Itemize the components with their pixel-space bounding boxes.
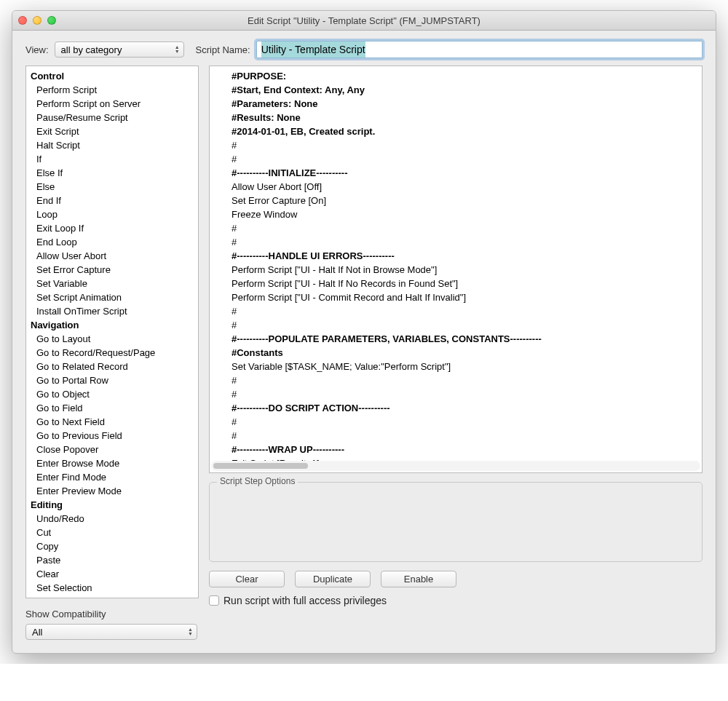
script-name-input[interactable]: Utility - Template Script — [256, 41, 703, 58]
step-item[interactable]: Perform Script on Server — [31, 97, 198, 111]
script-line[interactable]: # — [232, 138, 696, 152]
script-line[interactable]: #----------INITIALIZE---------- — [232, 166, 696, 180]
duplicate-button[interactable]: Duplicate — [295, 571, 371, 587]
step-item[interactable]: Cut — [31, 526, 198, 539]
step-item[interactable]: Paste — [31, 553, 198, 567]
step-item[interactable]: Set Selection — [31, 581, 198, 595]
script-line[interactable]: #Parameters: None — [232, 97, 696, 111]
script-line[interactable]: Perform Script ["UI - Halt If No Records… — [232, 277, 696, 290]
script-line[interactable]: Set Error Capture [On] — [232, 194, 696, 207]
step-item[interactable]: Go to Record/Request/Page — [31, 346, 198, 360]
script-line[interactable]: #----------HANDLE UI ERRORS---------- — [232, 249, 696, 263]
window-title: Edit Script "Utility - Template Script" … — [12, 15, 716, 26]
full-access-label: Run script with full access privileges — [223, 595, 387, 606]
script-line[interactable]: #----------POPULATE PARAMETERS, VARIABLE… — [232, 332, 696, 346]
step-category: Control — [31, 69, 198, 83]
step-item[interactable]: Pause/Resume Script — [31, 111, 198, 124]
script-line[interactable]: Allow User Abort [Off] — [232, 180, 696, 194]
view-label: View: — [25, 44, 49, 55]
script-line[interactable]: #----------DO SCRIPT ACTION---------- — [232, 401, 696, 415]
script-line[interactable]: # — [232, 221, 696, 235]
step-item[interactable]: Set Script Animation — [31, 290, 198, 304]
script-line[interactable]: # — [232, 318, 696, 332]
script-line[interactable]: #Results: None — [232, 111, 696, 124]
step-item[interactable]: End If — [31, 194, 198, 207]
options-legend: Script Step Options — [217, 476, 298, 486]
script-editor[interactable]: #PURPOSE:#Start, End Context: Any, Any#P… — [209, 66, 703, 473]
script-steps-list[interactable]: ControlPerform ScriptPerform Script on S… — [25, 66, 199, 598]
step-item[interactable]: Copy — [31, 539, 198, 553]
script-line[interactable]: Perform Script ["UI - Halt If Not in Bro… — [232, 263, 696, 277]
step-item[interactable]: Enter Browse Mode — [31, 456, 198, 470]
script-line[interactable]: # — [232, 415, 696, 429]
step-item[interactable]: Loop — [31, 207, 198, 221]
script-line[interactable]: Freeze Window — [232, 207, 696, 221]
script-line[interactable]: # — [232, 387, 696, 401]
step-item[interactable]: Clear — [31, 567, 198, 581]
horizontal-scrollbar[interactable] — [211, 461, 700, 471]
script-line[interactable]: # — [232, 152, 696, 166]
step-item[interactable]: Install OnTimer Script — [31, 304, 198, 318]
close-icon[interactable] — [18, 16, 27, 25]
minimize-icon[interactable] — [33, 16, 41, 25]
step-item[interactable]: End Loop — [31, 235, 198, 249]
edit-script-window: Edit Script "Utility - Template Script" … — [12, 10, 716, 654]
view-select[interactable]: all by category — [55, 41, 184, 58]
step-item[interactable]: Set Error Capture — [31, 263, 198, 277]
step-item[interactable]: Go to Related Record — [31, 360, 198, 373]
step-item[interactable]: Else If — [31, 166, 198, 180]
script-line[interactable]: #PURPOSE: — [232, 69, 696, 83]
step-item[interactable]: Set Variable — [31, 277, 198, 290]
clear-button[interactable]: Clear — [209, 571, 285, 587]
script-line[interactable]: #Constants — [232, 346, 696, 360]
step-item[interactable]: Else — [31, 180, 198, 194]
step-item[interactable]: Go to Layout — [31, 332, 198, 346]
zoom-icon[interactable] — [47, 16, 56, 25]
step-item[interactable]: If — [31, 152, 198, 166]
compat-select[interactable]: All — [25, 624, 197, 640]
script-line[interactable]: Set Variable [$TASK_NAME; Value:"Perform… — [232, 360, 696, 373]
step-item[interactable]: Enter Preview Mode — [31, 484, 198, 498]
step-item[interactable]: Undo/Redo — [31, 512, 198, 526]
step-category: Navigation — [31, 318, 198, 332]
script-line[interactable]: Perform Script ["UI - Commit Record and … — [232, 290, 696, 304]
step-item[interactable]: Go to Previous Field — [31, 429, 198, 443]
script-line[interactable]: #----------WRAP UP---------- — [232, 443, 696, 456]
step-item[interactable]: Go to Portal Row — [31, 373, 198, 387]
script-step-options-group: Script Step Options — [209, 482, 703, 562]
script-line[interactable]: # — [232, 373, 696, 387]
script-line[interactable]: # — [232, 429, 696, 443]
enable-button[interactable]: Enable — [381, 571, 456, 587]
titlebar: Edit Script "Utility - Template Script" … — [12, 11, 716, 31]
window-controls — [18, 16, 56, 25]
step-item[interactable]: Halt Script — [31, 138, 198, 152]
full-access-checkbox[interactable] — [209, 595, 219, 606]
script-line[interactable]: #2014-01-01, EB, Created script. — [232, 124, 696, 138]
script-line[interactable]: # — [232, 304, 696, 318]
step-item[interactable]: Exit Script — [31, 124, 198, 138]
step-item[interactable]: Exit Loop If — [31, 221, 198, 235]
compat-label: Show Compatibility — [25, 609, 199, 619]
step-item[interactable]: Close Popover — [31, 443, 198, 456]
script-line[interactable]: # — [232, 235, 696, 249]
step-item[interactable]: Enter Find Mode — [31, 470, 198, 484]
step-item[interactable]: Perform Script — [31, 83, 198, 97]
step-item[interactable]: Go to Next Field — [31, 415, 198, 429]
script-name-label: Script Name: — [196, 44, 250, 55]
step-item[interactable]: Allow User Abort — [31, 249, 198, 263]
step-item[interactable]: Go to Field — [31, 401, 198, 415]
step-item[interactable]: Go to Object — [31, 387, 198, 401]
step-category: Editing — [31, 498, 198, 512]
script-line[interactable]: #Start, End Context: Any, Any — [232, 83, 696, 97]
